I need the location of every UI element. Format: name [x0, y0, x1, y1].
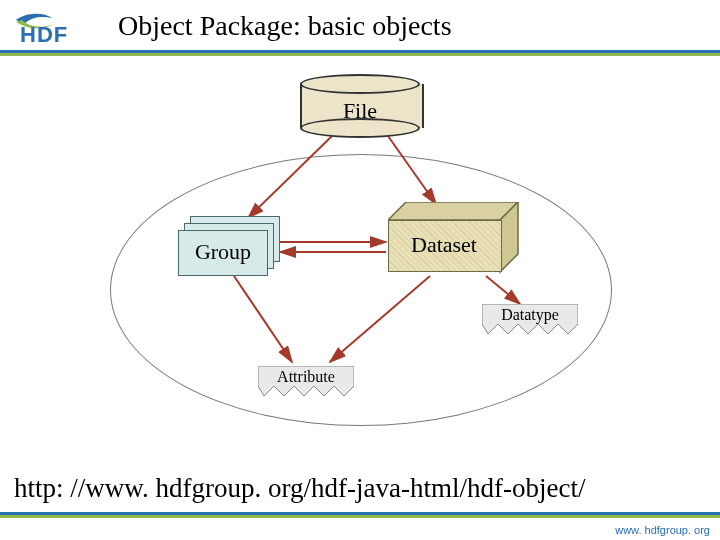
file-node: File — [300, 74, 420, 136]
footer-url: www. hdfgroup. org — [615, 524, 710, 536]
datatype-label: Datatype — [501, 306, 559, 323]
file-label: File — [300, 98, 420, 124]
attribute-node: Attribute — [258, 366, 354, 394]
hdf-logo: HDF — [14, 8, 94, 46]
attribute-label: Attribute — [277, 368, 335, 385]
dataset-node: Dataset — [388, 202, 518, 272]
group-label: Group — [179, 239, 267, 265]
svg-text:HDF: HDF — [20, 22, 68, 46]
svg-marker-8 — [388, 202, 518, 220]
diagram-canvas: File Group Dataset Attri — [0, 56, 720, 476]
containment-ellipse — [110, 154, 612, 426]
slide: HDF Object Package: basic objects — [0, 0, 720, 540]
page-title: Object Package: basic objects — [118, 10, 452, 42]
reference-url: http: //www. hdfgroup. org/hdf-java-html… — [14, 473, 585, 504]
group-rect-front: Group — [178, 230, 268, 276]
cylinder-top — [300, 74, 420, 94]
footer-divider — [0, 512, 720, 518]
group-node: Group — [178, 216, 278, 274]
dataset-label: Dataset — [388, 232, 500, 258]
datatype-node: Datatype — [482, 304, 578, 332]
